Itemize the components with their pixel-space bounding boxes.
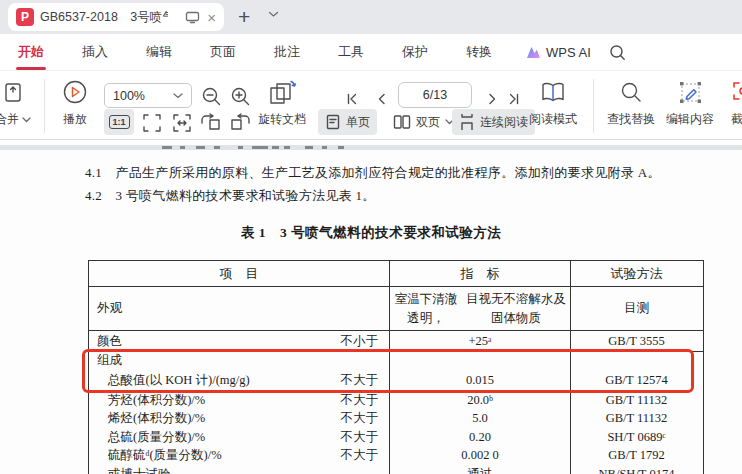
rotate-left-button[interactable]: [199, 111, 223, 135]
prev-page-button[interactable]: [370, 87, 394, 111]
double-page-icon: [393, 114, 411, 130]
cell-qualifier: 不小于: [341, 333, 390, 350]
table-title: 表 1 3 号喷气燃料的技术要求和试验方法: [0, 224, 742, 242]
table-body: 外观 室温下清澈透明，目视无不溶解水及固体物质 目测 颜色不小于 +25ᵃ GB…: [89, 287, 703, 474]
table-row: 芳烃(体积分数)/%不大于 20.0ᵇ GB/T 11132: [89, 391, 703, 410]
edit-content-button[interactable]: 编辑内容: [660, 78, 720, 128]
actual-size-button[interactable]: 1:1: [104, 109, 134, 135]
tab-list-chevron-icon[interactable]: [268, 11, 279, 18]
cell-indicator: 5.0: [390, 410, 571, 429]
document-tab[interactable]: P GB6537-2018 3号喷气燃料 ×: [8, 3, 224, 31]
table-row: 颜色不小于 +25ᵃ GB/T 3555: [89, 331, 703, 352]
screenshot-icon: [732, 78, 742, 106]
cell-method: GB/T 12574: [571, 369, 702, 391]
wps-ai-icon: [526, 46, 541, 59]
first-page-button[interactable]: [340, 87, 364, 111]
clipped-text-remnant: [0, 145, 742, 150]
menu-item-tools[interactable]: 工具: [334, 41, 368, 63]
single-page-button[interactable]: 单页: [318, 109, 377, 135]
menu-bar: 开始插入编辑页面批注工具保护转换 WPS AI: [0, 34, 742, 70]
cell-qualifier: 不大于: [341, 429, 390, 446]
zoom-level-select[interactable]: 100%: [104, 83, 192, 108]
cell-item: 芳烃(体积分数)/%: [108, 392, 205, 409]
menu-item-page[interactable]: 页面: [206, 41, 240, 63]
header-item: 项 目: [89, 261, 390, 286]
menu-item-home[interactable]: 开始: [14, 41, 48, 63]
rotate-right-button[interactable]: [228, 111, 252, 135]
cell-method: [571, 352, 702, 369]
menu-item-edit[interactable]: 编辑: [142, 41, 176, 63]
cell-method: GB/T 11132: [571, 391, 702, 410]
single-page-icon: [325, 114, 341, 130]
zoom-level-value: 100%: [113, 89, 145, 103]
zoom-out-button[interactable]: [199, 84, 223, 108]
table-row: 或博士试验 通过 NB/SH/T 0174: [89, 465, 703, 474]
table-header-row: 项 目 指 标 试验方法: [89, 261, 703, 287]
read-mode-button[interactable]: 阅读模式: [524, 78, 582, 128]
merge-button[interactable]: 合并: [0, 78, 42, 128]
tab-close-icon[interactable]: ×: [207, 10, 216, 25]
cell-indicator: 20.0ᵇ: [390, 391, 571, 410]
cell-qualifier: 不大于: [341, 447, 390, 464]
table-row: 外观 室温下清澈透明，目视无不溶解水及固体物质 目测: [89, 287, 703, 331]
fit-width-button[interactable]: [170, 111, 194, 135]
edit-content-icon: [679, 78, 702, 106]
new-tab-button[interactable]: +: [238, 4, 250, 30]
cell-method: GB/T 11132: [571, 410, 702, 429]
technical-requirements-table: 项 目 指 标 试验方法 外观 室温下清澈透明，目视无不溶解水及固体物质 目测 …: [88, 260, 704, 474]
double-page-button[interactable]: 双页: [386, 109, 461, 135]
last-page-button[interactable]: [502, 87, 526, 111]
cell-method: 目测: [571, 287, 702, 330]
header-indicator: 指 标: [390, 261, 571, 286]
cell-indicator: 0.015: [390, 369, 571, 391]
cell-method: SH/T 0689ᶜ: [571, 428, 702, 447]
rotate-document-button[interactable]: 旋转文档: [250, 78, 314, 128]
cell-item: 烯烃(体积分数)/%: [108, 410, 205, 427]
next-page-button[interactable]: [480, 87, 504, 111]
cell-item: 外观: [97, 300, 122, 317]
table-row: 总酸值(以 KOH 计)/(mg/g)不大于 0.015 GB/T 12574: [89, 369, 703, 391]
find-replace-icon: [619, 78, 643, 106]
play-button[interactable]: 播放: [52, 78, 98, 128]
cell-method: NB/SH/T 0174: [571, 465, 702, 474]
menu-items: 开始插入编辑页面批注工具保护转换: [14, 41, 496, 63]
chevron-down-icon: [173, 93, 183, 99]
cell-item: 或博士试验: [108, 466, 171, 474]
cell-indicator: [390, 352, 571, 369]
fit-page-button[interactable]: [140, 111, 164, 135]
table-row: 烯烃(体积分数)/%不大于 5.0 GB/T 11132: [89, 410, 703, 429]
screenshot-button[interactable]: 截图: [716, 78, 742, 128]
cell-item: 颜色: [97, 333, 122, 350]
wps-pdf-icon: P: [16, 8, 34, 26]
wps-ai-label: WPS AI: [546, 45, 591, 60]
cell-item: 总酸值(以 KOH 计)/(mg/g): [108, 372, 250, 389]
cell-indicator: 0.20: [390, 428, 571, 447]
cell-qualifier: 不大于: [341, 392, 390, 409]
screen-share-icon[interactable]: [185, 11, 200, 24]
menu-item-protect[interactable]: 保护: [398, 41, 432, 63]
tab-bar: P GB6537-2018 3号喷气燃料 × +: [0, 0, 742, 34]
zoom-in-button[interactable]: [228, 84, 252, 108]
menu-item-convert[interactable]: 转换: [462, 41, 496, 63]
find-replace-button[interactable]: 查找替换: [601, 78, 661, 128]
paragraph-4-2: 4.2 3 号喷气燃料的技术要求和试验方法见表 1。: [85, 187, 376, 205]
wps-ai-button[interactable]: WPS AI: [526, 45, 591, 60]
continuous-read-button[interactable]: 连续阅读: [452, 109, 535, 135]
play-icon: [62, 78, 88, 106]
rotate-document-icon: [267, 78, 297, 106]
menu-search-icon[interactable]: [609, 44, 626, 61]
cell-indicator: 室温下清澈透明，目视无不溶解水及固体物质: [390, 287, 571, 330]
toolbar: 合并 播放 100% 1:1: [0, 70, 742, 140]
menu-item-insert[interactable]: 插入: [78, 41, 112, 63]
cell-item: 组成: [97, 352, 122, 369]
cell-item: 硫醇硫ᵈ(质量分数)/%: [108, 447, 222, 464]
cell-item: 总硫(质量分数)/%: [108, 429, 205, 446]
page-number-input[interactable]: 6/13: [398, 82, 472, 108]
merge-icon: [3, 78, 23, 106]
menu-item-comment[interactable]: 批注: [270, 41, 304, 63]
header-method: 试验方法: [571, 261, 702, 286]
wps-pdf-window: P GB6537-2018 3号喷气燃料 × + 开始插入编辑页面批注工具保护转…: [0, 0, 742, 474]
cell-indicator: 0.002 0: [390, 447, 571, 466]
cell-method: GB/T 3555: [571, 331, 702, 351]
document-area: 4.1 产品生产所采用的原料、生产工艺及添加剂应符合规定的批准程序。添加剂的要求…: [0, 140, 742, 474]
